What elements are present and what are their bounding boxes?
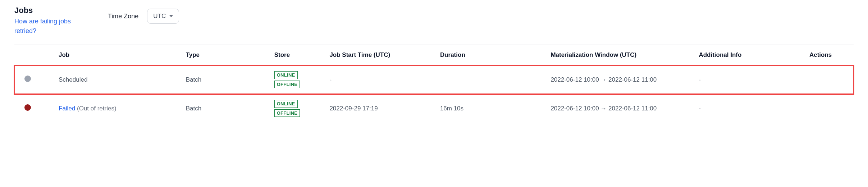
col-store: Store xyxy=(274,45,330,65)
job-label: Scheduled xyxy=(59,76,87,83)
chevron-down-icon xyxy=(169,15,173,17)
store-badges: ONLINEOFFLINE xyxy=(274,100,324,117)
page-title: Jobs xyxy=(14,6,86,15)
job-suffix: (Out of retries) xyxy=(75,105,116,112)
table-row: ScheduledBatchONLINEOFFLINE-2022-06-12 1… xyxy=(14,65,854,94)
store-badge-online: ONLINE xyxy=(274,100,298,108)
additional-info: - xyxy=(699,94,809,123)
col-start-time: Job Start Time (UTC) xyxy=(329,45,440,65)
col-materialization-window: Materialization Window (UTC) xyxy=(551,45,699,65)
table-row: Failed (Out of retries)BatchONLINEOFFLIN… xyxy=(14,94,854,123)
job-type: Batch xyxy=(186,94,274,123)
store-badge-offline: OFFLINE xyxy=(274,81,300,88)
col-job: Job xyxy=(59,45,186,65)
job-start-time: - xyxy=(329,65,440,94)
status-dot-icon xyxy=(24,76,31,82)
jobs-header: Jobs How are failing jobs retried? Time … xyxy=(14,6,854,45)
help-link-failing-jobs[interactable]: How are failing jobs retried? xyxy=(14,17,86,36)
actions-cell xyxy=(809,94,854,123)
store-badges: ONLINEOFFLINE xyxy=(274,71,324,88)
col-actions: Actions xyxy=(809,45,854,65)
job-duration: 16m 10s xyxy=(440,94,551,123)
timezone-select[interactable]: UTC xyxy=(147,9,179,24)
store-badge-offline: OFFLINE xyxy=(274,109,300,117)
job-duration xyxy=(440,65,551,94)
store-badge-online: ONLINE xyxy=(274,71,298,79)
materialization-window: 2022-06-12 10:00 → 2022-06-12 11:00 xyxy=(551,94,699,123)
job-type: Batch xyxy=(186,65,274,94)
jobs-table: Job Type Store Job Start Time (UTC) Dura… xyxy=(14,45,854,123)
col-duration: Duration xyxy=(440,45,551,65)
col-type: Type xyxy=(186,45,274,65)
job-start-time: 2022-09-29 17:19 xyxy=(329,94,440,123)
col-additional-info: Additional Info xyxy=(699,45,809,65)
timezone-value: UTC xyxy=(153,13,166,20)
additional-info: - xyxy=(699,65,809,94)
timezone-label: Time Zone xyxy=(108,13,138,20)
col-status xyxy=(14,45,59,65)
status-dot-icon xyxy=(24,104,31,111)
materialization-window: 2022-06-12 10:00 → 2022-06-12 11:00 xyxy=(551,65,699,94)
actions-cell xyxy=(809,65,854,94)
job-link[interactable]: Failed xyxy=(59,105,75,112)
